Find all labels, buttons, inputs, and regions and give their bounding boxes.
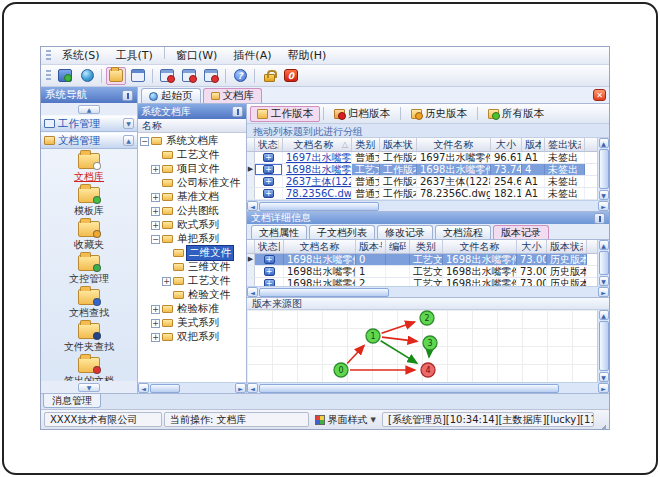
- sidebar-item-1[interactable]: 文档库: [74, 153, 104, 184]
- column-header[interactable]: 状态图: [255, 138, 283, 152]
- tree-horizontal-scrollbar[interactable]: ◄ ►: [138, 382, 246, 393]
- dock-tab-message[interactable]: 消息管理: [43, 394, 101, 408]
- upper-grid-vscroll[interactable]: ▲ ▼: [597, 138, 609, 200]
- tree-node[interactable]: 三维文件: [138, 260, 246, 274]
- history-version-button[interactable]: 历史版本: [404, 106, 474, 122]
- scroll-left-icon[interactable]: ◄: [247, 287, 258, 297]
- scroll-right-icon[interactable]: ►: [235, 383, 246, 393]
- sidebar-item-3[interactable]: 收藏夹: [74, 221, 104, 252]
- column-header[interactable]: 签出状态: [545, 138, 585, 152]
- scroll-thumb[interactable]: [259, 288, 389, 297]
- exit-icon-button[interactable]: 0: [281, 67, 301, 85]
- tree-node[interactable]: +项目文件: [138, 162, 246, 176]
- scroll-thumb[interactable]: [599, 149, 609, 189]
- tree-node[interactable]: 工艺文件: [138, 148, 246, 162]
- scroll-thumb[interactable]: [599, 251, 609, 275]
- column-header[interactable]: 版本号: [356, 240, 386, 254]
- detail-grid-vscroll[interactable]: ▲ ▼: [597, 240, 609, 286]
- sidebar-item-7[interactable]: 签出的文档: [64, 357, 114, 381]
- scroll-up-icon[interactable]: ▲: [599, 138, 609, 148]
- sidebar-item-4[interactable]: 文控管理: [69, 255, 109, 286]
- detail-grid-hscroll[interactable]: ◄ ►: [247, 286, 609, 297]
- globe-icon-button[interactable]: [77, 67, 97, 85]
- table-row[interactable]: +78.2356C.dwg普通文档工作版本78.2356C.dwg182.15K…: [247, 188, 597, 200]
- version-node-3[interactable]: 3: [423, 336, 437, 350]
- column-header[interactable]: 版本状态: [547, 240, 587, 254]
- expand-icon[interactable]: +: [151, 333, 160, 342]
- scroll-down-icon[interactable]: ▼: [599, 372, 609, 382]
- tab-start-page[interactable]: 起始页: [141, 88, 201, 103]
- detail-tab-4[interactable]: 文档流程: [435, 225, 491, 239]
- pin-icon[interactable]: [232, 106, 243, 117]
- help-icon-button[interactable]: ?: [230, 67, 250, 85]
- version-node-0[interactable]: 0: [334, 363, 348, 377]
- tree-node[interactable]: +检验标准: [138, 302, 246, 316]
- version-graph-canvas[interactable]: 01234: [247, 310, 597, 382]
- expand-icon[interactable]: +: [151, 193, 160, 202]
- sidebar-item-2[interactable]: 模板库: [74, 187, 104, 218]
- chevron-up-icon[interactable]: ▲: [123, 135, 134, 146]
- menubar-grip[interactable]: [46, 50, 51, 62]
- upper-grid-hscroll[interactable]: ◄ ►: [247, 200, 609, 211]
- expand-icon[interactable]: +: [151, 305, 160, 314]
- column-header[interactable]: 版本号: [522, 138, 545, 152]
- table-row[interactable]: +1697出水嘴零件图.dwg普通文档工作版本1697出水嘴零件图.dwg96.…: [247, 152, 597, 164]
- scroll-up-icon[interactable]: ▲: [599, 310, 609, 320]
- expand-icon[interactable]: +: [151, 207, 160, 216]
- scroll-left-icon[interactable]: ◄: [247, 383, 258, 393]
- column-header[interactable]: 大小: [491, 138, 522, 152]
- all-version-button[interactable]: 所有版本: [481, 106, 551, 122]
- sidebar-scroll-down[interactable]: ▼: [41, 381, 137, 393]
- menu-item[interactable]: 工具(T): [108, 47, 161, 64]
- column-header[interactable]: 文档名称: [284, 240, 356, 254]
- column-header[interactable]: 类别: [410, 240, 443, 254]
- row-indicator-header[interactable]: [247, 240, 255, 254]
- scroll-down-icon[interactable]: ▼: [599, 190, 609, 200]
- version-node-2[interactable]: 2: [420, 311, 434, 325]
- detail-tab-5[interactable]: 版本记录: [493, 225, 549, 239]
- pin-icon[interactable]: [122, 90, 133, 101]
- tree-node[interactable]: −单把系列: [138, 232, 246, 246]
- scroll-right-icon[interactable]: ►: [598, 287, 609, 297]
- tab-document-library[interactable]: 文档库: [203, 88, 263, 103]
- expand-icon[interactable]: +: [151, 221, 160, 230]
- column-header[interactable]: 文件名称: [443, 240, 517, 254]
- collapse-icon[interactable]: −: [140, 137, 149, 146]
- column-header[interactable]: 版本状态: [380, 138, 417, 152]
- tree-column-header[interactable]: 名称: [138, 119, 246, 133]
- interface-style-selector[interactable]: 界面样式 ▼: [311, 413, 380, 427]
- display-icon-button[interactable]: [55, 67, 75, 85]
- table-row[interactable]: +1698出水嘴零件图.dwg2工艺文件1698出水嘴零件图.dwg73.00K…: [247, 278, 597, 286]
- work-version-button[interactable]: 工作版本: [250, 106, 320, 122]
- table-row[interactable]: +2637主体(12284).dwg普通文档工作版本2637主体(12284).…: [247, 176, 597, 188]
- scroll-thumb[interactable]: [259, 384, 559, 393]
- graph-vscroll[interactable]: ▲ ▼: [597, 310, 609, 382]
- scroll-left-icon[interactable]: ◄: [247, 201, 258, 211]
- version-node-4[interactable]: 4: [421, 363, 435, 377]
- archive-version-button[interactable]: 归档版本: [327, 106, 397, 122]
- tree-node[interactable]: +美式系列: [138, 316, 246, 330]
- folder-window-icon-button[interactable]: [106, 67, 126, 85]
- toolbar-grip[interactable]: [46, 70, 51, 82]
- sidebar-item-5[interactable]: 文档查找: [69, 289, 109, 320]
- column-header[interactable]: 大小: [517, 240, 547, 254]
- close-doc2-icon-button[interactable]: [179, 67, 199, 85]
- scroll-right-icon[interactable]: ►: [598, 383, 609, 393]
- column-header[interactable]: 文件名称: [417, 138, 491, 152]
- sidebar-group-document[interactable]: 文档管理 ▲: [41, 132, 137, 149]
- table-row[interactable]: ▶+1698出水嘴零件图.dwg0工艺文件1698出水嘴零件图.dwg73.00…: [247, 254, 597, 266]
- column-header[interactable]: 文档名称△: [283, 138, 352, 152]
- group-by-hint[interactable]: 拖动列标题到此进行分组: [247, 124, 609, 138]
- column-header[interactable]: 编码: [386, 240, 410, 254]
- tree-node[interactable]: +欧式系列: [138, 218, 246, 232]
- menu-item[interactable]: 窗口(W): [168, 47, 225, 64]
- table-row[interactable]: ▶+1698出水嘴零件图.dwg工艺文件工作版本1698出水嘴零件图.dwg73…: [247, 164, 597, 176]
- table-row[interactable]: +1698出水嘴零件图.dwg1工艺文件1698出水嘴零件图.dwg73.00K…: [247, 266, 597, 278]
- detail-tab-2[interactable]: 子文档列表: [309, 225, 375, 239]
- pin-icon[interactable]: [594, 213, 605, 224]
- scroll-left-icon[interactable]: ◄: [138, 383, 149, 393]
- column-header[interactable]: 状态图: [255, 240, 284, 254]
- close-icon[interactable]: ✕: [593, 89, 606, 101]
- sidebar-item-6[interactable]: 文件夹查找: [64, 323, 114, 354]
- lock-icon-button[interactable]: [259, 67, 279, 85]
